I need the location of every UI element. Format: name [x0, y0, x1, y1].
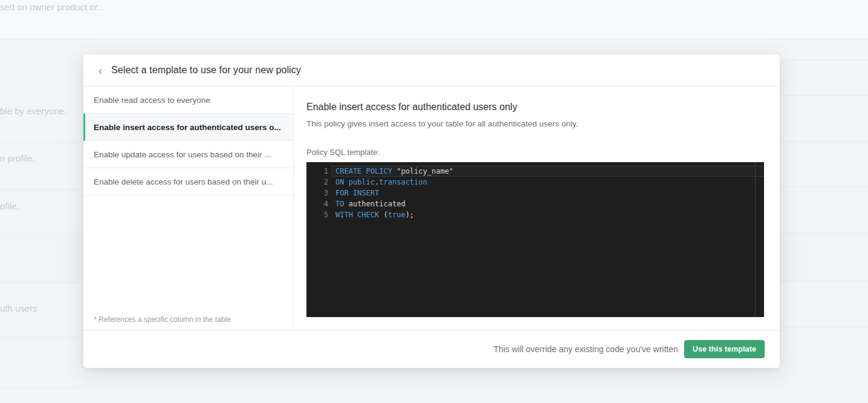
policy-template-modal: ‹ Select a template to use for your new …	[83, 54, 780, 368]
use-this-template-button[interactable]: Use this template	[684, 340, 765, 358]
template-detail-pane: Enable insert access for authenticated u…	[294, 87, 780, 330]
background-row-divider	[0, 283, 83, 284]
background-row-divider	[0, 189, 83, 190]
template-list: Enable read access to everyoneEnable ins…	[83, 87, 294, 330]
template-list-item[interactable]: Enable delete access for users based on …	[83, 168, 293, 195]
sql-code-editor[interactable]: 1CREATE POLICY "policy_name"2ON public.t…	[306, 162, 764, 317]
code-line: 3FOR INSERT	[306, 188, 764, 198]
line-number: 3	[306, 188, 335, 198]
background-text-fragment: uth users	[0, 303, 37, 313]
background-row-divider	[0, 387, 83, 388]
background-row-divider	[0, 337, 83, 338]
background-row-divider	[0, 232, 83, 232]
column-reference-note: * References a specific column in the ta…	[94, 315, 231, 324]
template-detail-title: Enable insert access for authenticated u…	[306, 102, 764, 113]
code-line: 2ON public.transaction	[306, 177, 764, 188]
background-row-divider	[780, 142, 868, 142]
modal-header: ‹ Select a template to use for your new …	[83, 54, 780, 87]
background-row-divider	[780, 95, 868, 96]
background-text-fragment: ble by everyone.	[0, 106, 66, 116]
background-text-fragment: n profile.	[0, 153, 35, 163]
modal-footer: This will override any existing code you…	[83, 330, 780, 368]
sql-template-label: Policy SQL template:	[306, 148, 764, 157]
code-line: 5WITH CHECK (true);	[306, 209, 764, 220]
template-list-item[interactable]: Enable update access for users based on …	[83, 141, 293, 168]
background-row-divider	[780, 280, 868, 281]
background-row-divider	[0, 142, 83, 143]
template-list-item[interactable]: Enable insert access for authenticated u…	[83, 114, 293, 141]
code-line: 1CREATE POLICY "policy_name"	[306, 166, 764, 177]
background-row-divider	[780, 234, 868, 234]
line-number: 5	[306, 209, 335, 220]
background-row-divider	[780, 327, 868, 327]
editor-overview-ruler	[755, 162, 756, 317]
template-list-item[interactable]: Enable read access to everyone	[83, 87, 293, 114]
modal-body: Enable read access to everyoneEnable ins…	[83, 87, 780, 330]
modal-title: Select a template to use for your new po…	[111, 65, 301, 76]
back-icon[interactable]: ‹	[91, 61, 109, 79]
line-number: 2	[306, 177, 335, 188]
background-top-band	[0, 0, 868, 39]
line-number: 1	[306, 166, 335, 177]
background-text-fragment: sed on owner product or...	[0, 2, 105, 12]
background-row-divider	[780, 60, 868, 61]
line-number: 4	[306, 198, 335, 209]
template-detail-description: This policy gives insert access to your …	[306, 119, 764, 128]
override-warning-text: This will override any existing code you…	[493, 344, 678, 354]
code-line: 4TO authenticated	[306, 198, 764, 209]
background-row-divider	[780, 186, 868, 187]
background-text-fragment: ofile.	[0, 201, 19, 211]
